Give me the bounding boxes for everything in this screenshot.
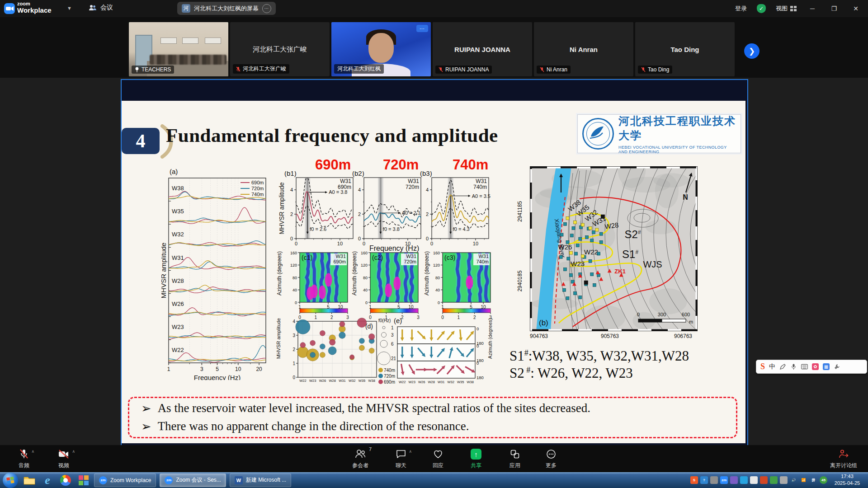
- participants-count-badge: 7: [369, 446, 372, 452]
- zoom-tray-icon[interactable]: zm: [720, 476, 728, 484]
- tray-icon[interactable]: [750, 476, 758, 484]
- map-x-coord: 906763: [674, 333, 692, 339]
- video-button[interactable]: ∧ 视频: [45, 448, 82, 469]
- logo-cn-text: 河北科技工程职业技术大学: [618, 114, 736, 143]
- shared-screen-pill[interactable]: 河 河北科工大刘红枫的屏幕 ⋯: [177, 2, 276, 15]
- reactions-button[interactable]: 回应: [420, 448, 457, 469]
- svg-text:80: 80: [292, 276, 297, 280]
- grid-tools-icon[interactable]: ▦: [823, 363, 830, 370]
- wrench-icon[interactable]: [834, 363, 840, 370]
- app-logo: zoom Workplace: [17, 1, 52, 14]
- pill-more-icon[interactable]: ⋯: [262, 4, 271, 13]
- participants-button[interactable]: 7 参会者: [342, 448, 379, 469]
- pen-icon[interactable]: [779, 363, 786, 370]
- battery-tray-icon[interactable]: 45: [820, 476, 827, 484]
- next-participants-button[interactable]: ❯: [744, 43, 760, 59]
- explorer-icon[interactable]: [23, 474, 36, 487]
- tray-icon[interactable]: [710, 476, 718, 484]
- e-ylabel: Azimuth (degrees): [487, 318, 493, 359]
- taskbar-window-zoom-meeting[interactable]: zm Zoom 会议 - Ses...: [160, 474, 226, 487]
- audio-button[interactable]: ∧ 音频: [5, 448, 42, 469]
- participants-icon: [354, 449, 366, 460]
- svg-text:m: m: [689, 319, 693, 324]
- close-button[interactable]: ✕: [850, 5, 862, 12]
- s1-note: S1#:W38, W35, W32,W31,W28: [509, 347, 689, 365]
- leave-button[interactable]: 离开讨论组: [822, 448, 865, 469]
- svg-text:W31: W31: [340, 178, 351, 184]
- chat-icon: [396, 449, 406, 460]
- svg-text:690m: 690m: [333, 259, 346, 264]
- audio-caret[interactable]: ∧: [31, 449, 34, 454]
- c2-ylabel: Azimuth (degrees): [351, 251, 358, 296]
- minimize-button[interactable]: ─: [807, 5, 818, 12]
- login-button[interactable]: 登录: [735, 5, 747, 13]
- skin-icon[interactable]: ✿: [812, 363, 819, 370]
- chevron-down-icon[interactable]: ▼: [67, 5, 72, 11]
- svg-text:W22: W22: [172, 347, 184, 353]
- video-tile[interactable]: RUIPAN JOANNA RUIPAN JOANNA: [433, 22, 532, 76]
- svg-text:0: 0: [637, 312, 640, 317]
- svg-text:600: 600: [682, 312, 690, 317]
- sogou-logo-icon[interactable]: S: [760, 362, 765, 371]
- taskbar-clock[interactable]: 17:43 2025-04-25: [829, 473, 865, 487]
- tray-icon[interactable]: [780, 476, 788, 484]
- video-caret[interactable]: ∧: [72, 449, 75, 454]
- svg-text:W22: W22: [584, 248, 598, 256]
- start-button[interactable]: [3, 473, 18, 488]
- zoom-title-bar: zoom Workplace ▼ 会议 河 河北科工大刘红枫的屏幕 ⋯ 登录 ✓…: [0, 0, 868, 17]
- app-logo-bottom: Workplace: [17, 7, 52, 14]
- video-tile-speaker[interactable]: ⋯ 河北科工大刘红枫: [331, 22, 431, 76]
- video-tile[interactable]: Tao Ding Tao Ding: [635, 22, 735, 76]
- presentation-slide: 4 Fundamental frequency and amplitude 河北…: [122, 101, 745, 443]
- tray-icon[interactable]: [760, 476, 768, 484]
- tile-name-label: RUIPAN JOANNA: [435, 66, 492, 74]
- ime-tray-icon[interactable]: 拼: [810, 476, 817, 484]
- svg-text:3: 3: [200, 366, 203, 372]
- sogou-tray-icon[interactable]: S: [690, 476, 698, 484]
- svg-text:W23: W23: [571, 260, 585, 267]
- help-tray-icon[interactable]: ?: [700, 476, 708, 484]
- video-tile-teachers[interactable]: TEACHERS: [129, 22, 228, 76]
- mic-muted-icon: [641, 67, 646, 72]
- svg-text:80: 80: [435, 276, 440, 280]
- keyboard-icon[interactable]: [801, 363, 808, 370]
- video-tile[interactable]: 河北科工大张广峻 河北科工大张广峻: [230, 22, 330, 76]
- more-button[interactable]: 更多: [533, 448, 570, 469]
- tab-meeting[interactable]: 会议: [89, 4, 113, 12]
- svg-text:Frequency (Hz): Frequency (Hz): [194, 374, 241, 380]
- taskbar-window-zoom-workplace[interactable]: zm Zoom Workplace: [94, 474, 156, 487]
- video-tile[interactable]: Ni Anran Ni Anran: [534, 22, 633, 76]
- panel-e-arrow-chart: (e)018001800180W22W23W26W28W31W32W35W38: [393, 317, 494, 389]
- apps-button[interactable]: 应用: [496, 448, 533, 469]
- svg-text:W31: W31: [408, 178, 419, 184]
- tile-more-icon[interactable]: ⋯: [416, 25, 428, 32]
- svg-text:W31: W31: [335, 253, 346, 259]
- panel-b3-spectrum-740m: 024010(b3)W31740mA0 = 3.5f0 = 4.3: [420, 171, 492, 257]
- svg-text:W32: W32: [448, 380, 454, 384]
- word-icon: W: [235, 476, 243, 484]
- logo-en-text: HEBEI VOCATIONAL UNIVERSITY OF TECHNOLOG…: [618, 145, 736, 154]
- volume-tray-icon[interactable]: 🔊: [790, 476, 797, 484]
- chat-button[interactable]: ∧ 聊天: [382, 448, 420, 469]
- svg-text:W22: W22: [399, 380, 406, 384]
- maximize-button[interactable]: ❐: [828, 5, 840, 12]
- mic-icon[interactable]: [790, 363, 797, 370]
- view-button[interactable]: 视图: [776, 5, 797, 13]
- chrome-icon[interactable]: [59, 474, 72, 487]
- photos-icon[interactable]: [77, 474, 90, 487]
- tray-icon[interactable]: [730, 476, 738, 484]
- station-group-notes: S1#:W38, W35, W32,W31,W28 S2 #: W26, W22…: [509, 347, 689, 382]
- internet-explorer-icon[interactable]: e: [41, 474, 54, 487]
- svg-text:160: 160: [290, 251, 297, 255]
- ime-mode-chinese[interactable]: 中: [769, 363, 775, 371]
- chat-caret[interactable]: ∧: [409, 449, 412, 454]
- taskbar-window-word[interactable]: W 新建 Microsoft ...: [230, 474, 291, 487]
- tray-icon[interactable]: [740, 476, 748, 484]
- ime-toolbar[interactable]: S 中 ✿ ▦: [756, 360, 867, 374]
- share-button[interactable]: ↑ 共享: [458, 448, 495, 469]
- network-tray-icon[interactable]: 📶: [800, 476, 807, 484]
- panel-d-bubble-chart: 01234W22W23W26W28W31W32W35W38(d)f0(Hz)13…: [288, 317, 396, 389]
- security-shield-icon[interactable]: ✓: [757, 4, 766, 13]
- clock-time: 17:43: [829, 473, 865, 480]
- security-tray-icon[interactable]: [770, 476, 778, 484]
